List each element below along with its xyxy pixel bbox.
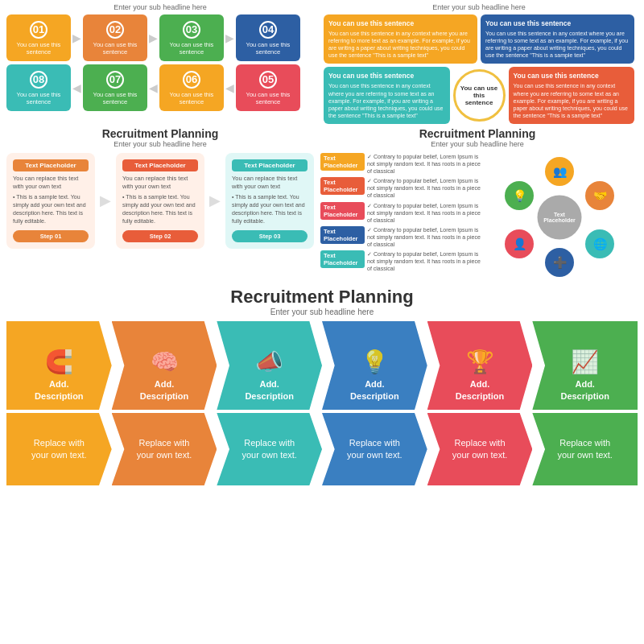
grid-row-2: 08 You can use this sentence ◀ 07 You ca… bbox=[6, 64, 314, 111]
grid-text-04: You can use this sentence bbox=[239, 41, 297, 56]
ring-icon-bottomleft: 👤 bbox=[505, 229, 534, 258]
middle-left-title: Recruitment Planning bbox=[6, 127, 314, 140]
step-3: Text Placeholder You can replace this te… bbox=[225, 153, 314, 249]
grid-row-1: 01 You can use this sentence ▶ 02 You ca… bbox=[6, 14, 314, 61]
step-1-label: Text Placeholder bbox=[13, 159, 89, 171]
circle-ring: TextPlaceholder 👥 🤝 🌐 ➕ 👤 💡 bbox=[495, 153, 624, 282]
sentence-bottom-row: You can use this sentence You can use th… bbox=[324, 67, 634, 124]
ring-icon-topright: 🤝 bbox=[585, 181, 614, 210]
recruit-list: TextPlaceholder ✓ Contrary to popular be… bbox=[320, 153, 481, 282]
list-text-3: ✓ Contrary to popular belief, Lorem Ipsu… bbox=[367, 202, 481, 224]
arrow-label-2: Add.Description bbox=[140, 378, 189, 402]
bottom-section: Recruitment Planning Enter your sub head… bbox=[0, 283, 644, 487]
bottom-text-4: Replace withyour own text. bbox=[347, 437, 402, 462]
step-arrow-2: ▶ bbox=[209, 153, 221, 249]
step-3-body: You can replace this text with your own … bbox=[232, 175, 308, 191]
step-2-label: Text Placeholder bbox=[122, 159, 198, 171]
grid-item-08: 08 You can use this sentence bbox=[6, 64, 71, 111]
recruit-steps: Text Placeholder You can replace this te… bbox=[6, 153, 314, 249]
grid-num-05: 05 bbox=[259, 71, 277, 89]
grid-num-08: 08 bbox=[30, 71, 47, 89]
list-text-2: ✓ Contrary to popular belief, Lorem Ipsu… bbox=[367, 177, 481, 199]
list-item-5: TextPlaceholder ✓ Contrary to popular be… bbox=[320, 250, 481, 272]
arrow-1: ▶ bbox=[72, 31, 81, 44]
grid-num-03: 03 bbox=[183, 21, 200, 39]
step-1-body: You can replace this text with your own … bbox=[13, 175, 89, 191]
arrow-2: ▶ bbox=[149, 31, 158, 44]
bottom-text-2: Replace withyour own text. bbox=[137, 437, 192, 462]
recruit-circle-layout: TextPlaceholder ✓ Contrary to popular be… bbox=[320, 153, 634, 282]
bottom-text-1: Replace withyour own text. bbox=[31, 437, 86, 462]
list-text-1: ✓ Contrary to popular belief, Lorem Ipsu… bbox=[367, 153, 481, 175]
bottom-item-1: Replace withyour own text. bbox=[6, 413, 112, 485]
grid-num-02: 02 bbox=[106, 21, 124, 39]
grid-item-07: 07 You can use this sentence bbox=[83, 64, 147, 111]
bottom-row: Replace withyour own text. Replace withy… bbox=[6, 413, 638, 485]
step-2: Text Placeholder You can replace this te… bbox=[116, 153, 204, 249]
grid-text-05: You can use this sentence bbox=[239, 91, 297, 105]
arrow-item-4: 💡 Add.Description bbox=[322, 321, 427, 410]
list-label-2: TextPlaceholder bbox=[320, 177, 365, 195]
grid-item-06: 06 You can use this sentence bbox=[159, 64, 224, 111]
arrow-icon-5: 🏆 bbox=[466, 349, 494, 375]
middle-left-sub: Enter your sub headline here bbox=[6, 140, 314, 148]
sentence-top-row: You can use this sentence You can use th… bbox=[324, 14, 634, 64]
list-label-3: TextPlaceholder bbox=[320, 202, 365, 220]
grid-item-01: 01 You can use this sentence bbox=[6, 14, 71, 61]
arrow-icon-1: 🧲 bbox=[45, 349, 73, 375]
step-1: Text Placeholder You can replace this te… bbox=[6, 153, 95, 249]
arrow-icon-3: 📣 bbox=[255, 349, 283, 375]
grid-text-02: You can use this sentence bbox=[86, 41, 144, 56]
grid-text-06: You can use this sentence bbox=[163, 91, 221, 105]
list-label-5: TextPlaceholder bbox=[320, 250, 365, 268]
ring-icon-topleft: 💡 bbox=[505, 181, 534, 210]
list-item-3: TextPlaceholder ✓ Contrary to popular be… bbox=[320, 202, 481, 224]
step-1-bullet: • This is a sample text. You simply add … bbox=[13, 193, 89, 225]
ring-icon-bottom: ➕ bbox=[545, 248, 574, 277]
arrow-item-6: 📈 Add.Description bbox=[532, 321, 638, 410]
grid-num-06: 06 bbox=[183, 71, 200, 89]
grid-num-04: 04 bbox=[259, 21, 277, 39]
arrow-icon-6: 📈 bbox=[571, 349, 599, 375]
list-label-1: TextPlaceholder bbox=[320, 153, 365, 171]
arrow-item-3: 📣 Add.Description bbox=[217, 321, 322, 410]
arrow-label-1: Add.Description bbox=[35, 378, 84, 402]
bottom-text-3: Replace withyour own text. bbox=[242, 437, 296, 462]
step-arrow-1: ▶ bbox=[100, 153, 111, 249]
arrow-icon-4: 💡 bbox=[361, 349, 389, 375]
grid-item-02: 02 You can use this sentence bbox=[83, 14, 147, 61]
arrow-3: ▶ bbox=[225, 31, 234, 44]
arrow-label-5: Add.Description bbox=[456, 378, 505, 402]
big-title: Recruitment Planning bbox=[6, 287, 638, 308]
top-section: Enter your sub headline here 01 You can … bbox=[0, 0, 644, 126]
step-2-body: You can replace this text with your own … bbox=[122, 175, 198, 191]
step-2-btn[interactable]: Step 02 bbox=[122, 230, 198, 242]
circle-center-wrapper: You can use this sentence bbox=[453, 69, 506, 122]
grid-text-01: You can use this sentence bbox=[10, 41, 68, 56]
sentence-box-2: You can use this sentence You can use th… bbox=[481, 14, 634, 64]
sentence-box-3: You can use this sentence You can use th… bbox=[324, 67, 450, 124]
grid-num-07: 07 bbox=[106, 71, 124, 89]
grid-num-01: 01 bbox=[30, 21, 47, 39]
ring-center: TextPlaceholder bbox=[538, 195, 582, 239]
step-3-label: Text Placeholder bbox=[232, 159, 308, 171]
middle-section: Recruitment Planning Enter your sub head… bbox=[0, 126, 644, 283]
bottom-text-5: Replace withyour own text. bbox=[452, 437, 507, 462]
sentence-boxes: Enter your sub headline here You can use… bbox=[320, 3, 634, 124]
step-3-btn[interactable]: Step 03 bbox=[232, 230, 308, 242]
recruit-left: Recruitment Planning Enter your sub head… bbox=[6, 127, 320, 282]
step-1-btn[interactable]: Step 01 bbox=[13, 230, 89, 242]
recruit-circle-area: TextPlaceholder 👥 🤝 🌐 ➕ 👤 💡 bbox=[485, 153, 634, 282]
bottom-item-6: Replace withyour own text. bbox=[532, 413, 638, 485]
sentence-box-1: You can use this sentence You can use th… bbox=[324, 14, 477, 64]
step-3-bullet: • This is a sample text. You simply add … bbox=[232, 193, 308, 225]
grid-text-07: You can use this sentence bbox=[86, 91, 144, 105]
grid-item-05: 05 You can use this sentence bbox=[236, 64, 300, 111]
arrow-4: ◀ bbox=[72, 81, 81, 94]
recruit-right: Recruitment Planning Enter your sub head… bbox=[320, 127, 634, 282]
list-label-4: TextPlaceholder bbox=[320, 226, 365, 244]
list-item-2: TextPlaceholder ✓ Contrary to popular be… bbox=[320, 177, 481, 199]
bottom-item-3: Replace withyour own text. bbox=[217, 413, 322, 485]
arrow-label-6: Add.Description bbox=[560, 378, 609, 402]
middle-right-sub: Enter your sub headline here bbox=[320, 140, 634, 148]
